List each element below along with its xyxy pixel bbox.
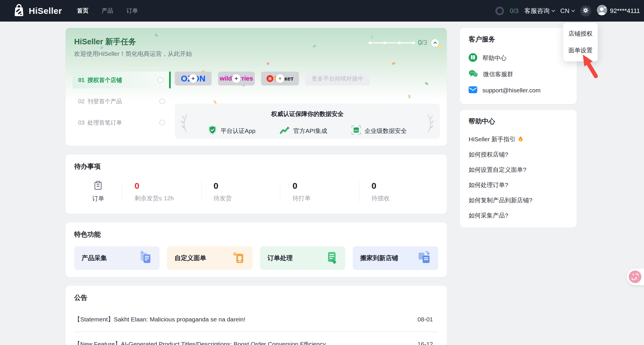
customer-service-dropdown[interactable]: 客服咨询: [524, 7, 555, 15]
feature-custom-label[interactable]: 自定义面单: [167, 246, 252, 270]
feature-move-store[interactable]: 搬家到新店铺: [353, 246, 438, 270]
cert-enterprise-security: ISO 企业级数据安全: [351, 125, 407, 137]
brand-logo[interactable]: HiSeller: [13, 4, 62, 18]
todo-row: 订单 0 剩余发货≤ 12h 0 待发货 0 待打单 0 待揽收: [74, 181, 438, 203]
todo-title: 待办事项: [74, 162, 438, 171]
laurel-icon: [424, 112, 436, 134]
help-link-copy-products[interactable]: 如何复制产品到新店铺?: [469, 196, 568, 204]
feature-product-collection[interactable]: 产品采集: [74, 246, 160, 270]
help-link-collect-products[interactable]: 如何采集产品?: [469, 211, 568, 220]
announcement-row[interactable]: 【Statement】Sakht Elaan: Malicious propag…: [74, 307, 438, 331]
newbie-title: HiSeller 新手任务: [74, 37, 136, 47]
stat-to-print[interactable]: 0 待打单: [280, 181, 359, 202]
shield-check-icon: [208, 125, 217, 137]
features-card: 特色功能 产品采集 自定义面单: [66, 222, 447, 277]
translate-widget[interactable]: A: [627, 268, 644, 285]
plus-icon: +: [189, 74, 198, 83]
move-store-icon: [417, 250, 431, 266]
help-link-newbie-guide[interactable]: HiSeller 新手指引: [469, 135, 568, 143]
task-authorize-store[interactable]: 01 授权首个店铺: [72, 72, 171, 88]
confetti: [267, 62, 270, 65]
platform-yandex-market-button[interactable]: Я М ркет +: [261, 72, 299, 85]
navbar-right: 0/3 客服咨询 CN: [495, 5, 644, 17]
red-annotation-arrow-icon: [578, 51, 603, 85]
cert-title: 权威认证保障你的数据安全: [175, 110, 440, 118]
confetti: [371, 35, 374, 39]
task-process-order[interactable]: 03 处理首笔订单: [72, 114, 171, 131]
product-collection-icon: [139, 250, 152, 266]
task-list-product[interactable]: 02 刊登首个产品: [72, 93, 171, 110]
platform-chips: OZON + wildberries + Я М ркет + 更多平台持续对接…: [175, 72, 440, 85]
help-center-title: 帮助中心: [469, 117, 568, 126]
gear-icon: [582, 7, 589, 15]
confetti: [392, 62, 395, 65]
newbie-progress: 0/3: [369, 39, 439, 47]
plus-icon: +: [232, 74, 241, 83]
help-link-authorize-store[interactable]: 如何授权店铺?: [469, 150, 568, 159]
nav-products[interactable]: 产品: [102, 7, 113, 15]
progress-count: 0/3: [418, 39, 427, 47]
collapse-banner-button[interactable]: [431, 39, 439, 47]
help-links: HiSeller 新手指引 如何授权店铺? 如何设置自定义面单? 如何处理订单?…: [469, 128, 568, 220]
cert-official-api: 官方API集成: [279, 125, 327, 137]
avatar: [597, 5, 607, 17]
progress-track: [369, 42, 414, 43]
chevron-up-icon: [433, 41, 437, 45]
stat-to-ship[interactable]: 0 待发货: [202, 181, 280, 202]
platform-ozon-button[interactable]: OZON +: [175, 72, 212, 85]
fire-icon: [518, 136, 523, 143]
task-list: 01 授权首个店铺 02 刊登首个产品 03 处理首笔订单: [72, 72, 171, 131]
svg-text:A: A: [635, 276, 637, 281]
clipboard-icon: [94, 181, 102, 191]
shopping-bag-icon: [13, 4, 25, 18]
cert-items: 平台认证App 官方API集成: [175, 125, 440, 137]
help-link-custom-label[interactable]: 如何设置自定义面单?: [469, 166, 568, 174]
announcements-title: 公告: [74, 293, 438, 302]
wechat-group-link[interactable]: 微信客服群: [469, 66, 568, 82]
service-list: 帮助中心 微信客服群: [469, 50, 568, 98]
laurel-icon: [179, 112, 191, 134]
features-title: 特色功能: [74, 230, 438, 239]
user-account[interactable]: 92****4111: [597, 5, 640, 17]
help-center-card: 帮助中心 HiSeller 新手指引 如何授权店铺? 如何设置自定义面单? 如何…: [460, 110, 577, 228]
newbie-tasks-card: HiSeller 新手任务 欢迎使用HiSeller！简化电商运营，从此开始 0…: [66, 28, 447, 146]
orders-group[interactable]: 订单: [74, 181, 122, 203]
translate-icon: A: [629, 270, 641, 283]
nav-orders[interactable]: 订单: [126, 7, 138, 15]
support-email-link[interactable]: support@hiseller.com: [469, 82, 568, 98]
help-center-link[interactable]: 帮助中心: [469, 50, 568, 66]
platform-wildberries-button[interactable]: wildberries +: [218, 72, 255, 85]
newbie-subtitle: 欢迎使用HiSeller！简化电商运营，从此开始: [74, 50, 192, 58]
nav-home[interactable]: 首页: [77, 7, 89, 15]
customer-service-title: 客户服务: [469, 35, 568, 44]
help-link-process-orders[interactable]: 如何处理订单?: [469, 181, 568, 189]
feature-order-processing[interactable]: 订单处理: [260, 246, 345, 270]
announcement-row[interactable]: 【New Feature】AI-Generated Product Titles…: [74, 332, 438, 345]
stat-remaining-ship[interactable]: 0 剩余发货≤ 12h: [122, 181, 201, 202]
task-status-circle: [159, 120, 165, 125]
chevron-down-icon: [551, 8, 555, 12]
right-sidebar: 客户服务 帮助中心: [460, 28, 577, 228]
settings-button[interactable]: [580, 5, 591, 16]
more-platforms-label: 更多平台持续对接中: [305, 72, 370, 85]
progress-ring-icon: [495, 7, 504, 15]
main-nav: 首页 产品 订单: [77, 7, 138, 15]
certification-panel: 权威认证保障你的数据安全 平台认证App: [175, 104, 440, 139]
task-status-circle: [159, 98, 165, 104]
order-processing-icon: [325, 250, 338, 266]
task-status-circle: [158, 77, 163, 83]
confetti: [313, 44, 317, 48]
banner-right-panel: OZON + wildberries + Я М ркет + 更多平台持续对接…: [175, 72, 440, 139]
nav-progress-count: 0/3: [510, 7, 519, 15]
menu-item-store-authorization[interactable]: 店铺授权: [563, 28, 598, 39]
chevron-down-icon: [571, 8, 575, 12]
todo-card: 待办事项 订单 0 剩余发货≤ 12h 0 待发货: [66, 155, 447, 214]
wechat-icon: [469, 70, 478, 79]
brand-name: HiSeller: [29, 6, 62, 16]
feature-tiles: 产品采集 自定义面单: [74, 246, 438, 270]
api-arrows-icon: [279, 126, 290, 136]
announcements-card: 公告 【Statement】Sakht Elaan: Malicious pro…: [66, 286, 447, 345]
stat-to-pickup[interactable]: 0 待揽收: [359, 181, 438, 202]
language-dropdown[interactable]: CN: [560, 7, 574, 15]
cert-platform-app: 平台认证App: [208, 125, 255, 137]
